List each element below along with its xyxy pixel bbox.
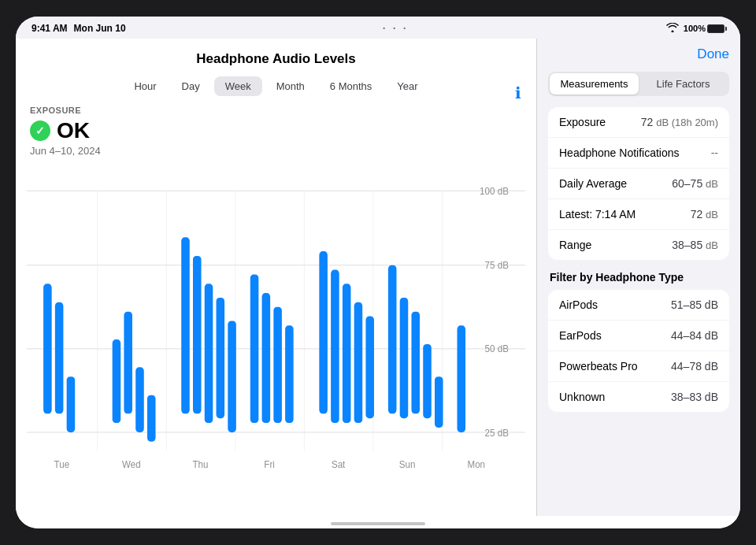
metric-notifications-label: Headphone Notifications	[559, 146, 680, 159]
airpods-label: AirPods	[559, 298, 598, 311]
svg-rect-21	[43, 284, 52, 413]
metric-range: Range 38–85 dB	[548, 230, 729, 260]
chart-container: 100 dB 75 dB 50 dB 25 dB Tue Wed Thu Fri	[27, 163, 525, 516]
svg-rect-22	[55, 302, 64, 413]
tab-hour[interactable]: Hour	[123, 76, 167, 96]
check-icon: ✓	[30, 120, 50, 141]
svg-text:75 dB: 75 dB	[485, 260, 509, 272]
svg-rect-37	[319, 251, 328, 413]
svg-rect-34	[262, 293, 271, 423]
filter-unknown: Unknown 38–83 dB	[548, 382, 729, 412]
metric-range-label: Range	[559, 239, 591, 251]
status-bar: 9:41 AM Mon Jun 10 • • • 100%	[16, 17, 740, 39]
svg-rect-27	[147, 395, 156, 442]
tab-year[interactable]: Year	[386, 76, 428, 96]
metric-exposure-label: Exposure	[559, 116, 606, 128]
done-button[interactable]: Done	[548, 46, 729, 62]
home-bar[interactable]	[331, 522, 425, 525]
svg-text:Mon: Mon	[467, 458, 485, 470]
powerbeats-label: Powerbeats Pro	[559, 360, 638, 373]
exposure-status: ✓ OK	[30, 118, 522, 143]
battery-percent: 100%	[684, 24, 706, 33]
wifi-icon	[666, 23, 679, 34]
svg-rect-45	[423, 344, 432, 418]
left-panel: Headphone Audio Levels Hour Day Week Mon…	[16, 39, 537, 516]
svg-rect-33	[250, 274, 259, 423]
battery-indicator: 100%	[684, 24, 724, 33]
date: Mon Jun 10	[74, 23, 126, 34]
segment-control: Measurements Life Factors	[548, 72, 729, 96]
svg-rect-23	[67, 376, 76, 432]
metric-range-value: 38–85 dB	[672, 239, 718, 251]
svg-rect-44	[411, 312, 420, 414]
ok-text: OK	[57, 118, 90, 143]
metric-daily-value: 60–75 dB	[672, 177, 718, 190]
chart-svg: 100 dB 75 dB 50 dB 25 dB Tue Wed Thu Fri	[27, 163, 525, 516]
tab-week[interactable]: Week	[214, 76, 262, 96]
content-area: Headphone Audio Levels Hour Day Week Mon…	[16, 39, 740, 516]
time-tabs: Hour Day Week Month 6 Months Year	[30, 76, 522, 96]
metric-daily-average: Daily Average 60–75 dB	[548, 169, 729, 199]
time: 9:41 AM	[32, 23, 68, 34]
unknown-label: Unknown	[559, 391, 605, 403]
segment-life-factors[interactable]: Life Factors	[639, 73, 728, 95]
metric-latest-value: 72 dB	[691, 208, 718, 221]
svg-text:25 dB: 25 dB	[485, 427, 509, 439]
svg-text:Tue: Tue	[54, 458, 70, 470]
svg-text:Sat: Sat	[332, 458, 346, 470]
svg-rect-39	[343, 284, 351, 423]
svg-rect-47	[457, 325, 465, 432]
filter-powerbeats: Powerbeats Pro 44–78 dB	[548, 351, 729, 382]
filter-card: AirPods 51–85 dB EarPods 44–84 dB Powerb…	[548, 290, 729, 412]
battery-fill	[708, 25, 724, 32]
svg-text:Fri: Fri	[264, 458, 275, 470]
metrics-card: Exposure 72 dB (18h 20m) Headphone Notif…	[548, 107, 729, 260]
filter-section-title: Filter by Headphone Type	[548, 271, 729, 284]
dots-indicator: • • •	[383, 24, 409, 33]
exposure-label: EXPOSURE	[30, 106, 522, 115]
metric-exposure: Exposure 72 dB (18h 20m)	[548, 107, 729, 138]
right-panel: Done Measurements Life Factors Exposure …	[537, 39, 740, 516]
tab-6months[interactable]: 6 Months	[319, 76, 383, 96]
svg-text:100 dB: 100 dB	[480, 185, 509, 197]
svg-rect-28	[181, 237, 190, 413]
svg-rect-40	[354, 302, 363, 423]
svg-rect-38	[331, 270, 339, 424]
metric-latest: Latest: 7:14 AM 72 dB	[548, 199, 729, 230]
earpods-label: EarPods	[559, 329, 602, 342]
filter-airpods: AirPods 51–85 dB	[548, 290, 729, 321]
svg-text:50 dB: 50 dB	[485, 343, 509, 355]
svg-rect-41	[365, 317, 374, 419]
metric-latest-label: Latest: 7:14 AM	[559, 208, 636, 221]
tablet-frame: 9:41 AM Mon Jun 10 • • • 100% Headph	[16, 17, 740, 528]
tab-day[interactable]: Day	[171, 76, 211, 96]
page-title: Headphone Audio Levels	[30, 50, 522, 76]
filter-earpods: EarPods 44–84 dB	[548, 321, 729, 351]
home-indicator	[16, 516, 740, 528]
svg-rect-43	[400, 298, 409, 418]
date-range: Jun 4–10, 2024	[30, 145, 522, 157]
tab-month[interactable]: Month	[265, 76, 316, 96]
svg-rect-25	[124, 312, 132, 414]
info-button[interactable]: ℹ	[508, 83, 528, 103]
metric-daily-label: Daily Average	[559, 177, 627, 190]
powerbeats-value: 44–78 dB	[671, 360, 718, 373]
svg-rect-26	[135, 367, 144, 432]
svg-rect-36	[285, 325, 294, 423]
svg-text:Thu: Thu	[192, 458, 208, 470]
battery-bar	[707, 24, 724, 33]
svg-rect-42	[388, 265, 397, 414]
svg-rect-46	[435, 376, 443, 428]
svg-rect-32	[228, 321, 236, 432]
status-right: 100%	[666, 23, 724, 34]
svg-rect-31	[217, 298, 225, 418]
airpods-value: 51–85 dB	[671, 298, 718, 311]
svg-rect-24	[113, 339, 121, 423]
status-left: 9:41 AM Mon Jun 10	[32, 23, 126, 34]
svg-text:Wed: Wed	[122, 458, 141, 470]
svg-text:Sun: Sun	[399, 458, 416, 470]
segment-measurements[interactable]: Measurements	[550, 73, 639, 95]
svg-rect-30	[205, 284, 213, 423]
unknown-value: 38–83 dB	[671, 391, 718, 403]
svg-rect-35	[273, 307, 282, 423]
